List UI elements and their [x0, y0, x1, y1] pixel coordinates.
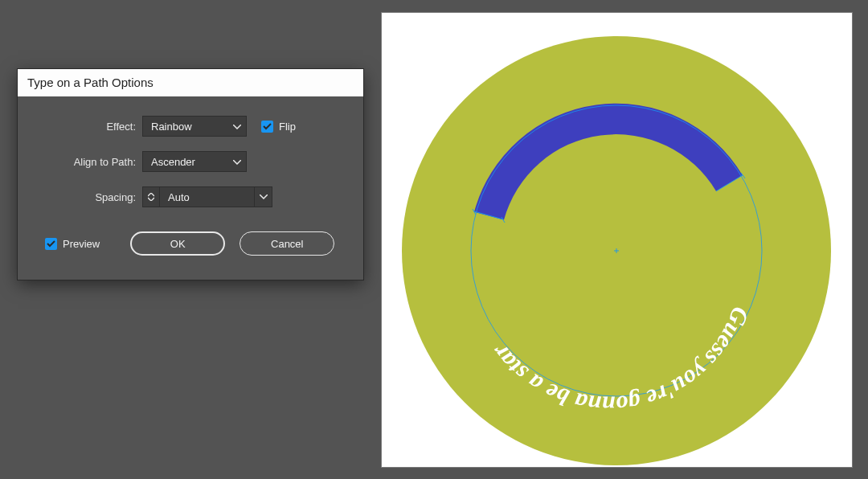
preview-checkbox[interactable]: Preview	[45, 238, 100, 250]
effect-value: Rainbow	[151, 121, 192, 133]
align-label: Align to Path:	[35, 156, 142, 168]
align-value: Ascender	[151, 156, 195, 168]
ok-button[interactable]: OK	[130, 231, 225, 256]
spacing-label: Spacing:	[35, 191, 142, 203]
checkbox-checked-icon	[45, 238, 57, 250]
align-row: Align to Path: Ascender	[35, 151, 346, 172]
align-select[interactable]: Ascender	[142, 151, 247, 172]
artboard[interactable]: Guess you're gonna be a star	[382, 13, 852, 467]
cancel-button[interactable]: Cancel	[240, 231, 334, 256]
type-on-path-options-dialog: Type on a Path Options Effect: Rainbow F…	[18, 69, 363, 280]
flip-label: Flip	[279, 121, 296, 133]
effect-label: Effect:	[35, 121, 142, 133]
dialog-actions: Preview OK Cancel	[35, 231, 346, 256]
dialog-title: Type on a Path Options	[18, 69, 363, 96]
chevron-down-icon	[148, 197, 154, 201]
checkbox-checked-icon	[261, 121, 273, 133]
chevron-down-icon	[233, 151, 241, 172]
flip-checkbox[interactable]: Flip	[261, 121, 296, 133]
dialog-body: Effect: Rainbow Flip Align to Path: Asce…	[18, 96, 363, 280]
preview-label: Preview	[63, 238, 100, 250]
effect-row: Effect: Rainbow Flip	[35, 116, 346, 137]
chevron-down-icon	[233, 116, 241, 137]
spacing-stepper[interactable]	[142, 186, 160, 207]
chevron-down-icon	[260, 194, 268, 199]
spacing-dropdown[interactable]	[255, 186, 272, 207]
effect-select[interactable]: Rainbow	[142, 116, 247, 137]
spacing-control: Auto	[142, 186, 272, 207]
spacing-input[interactable]: Auto	[160, 186, 255, 207]
artboard-svg: Guess you're gonna be a star	[382, 13, 852, 467]
spacing-row: Spacing: Auto	[35, 186, 346, 207]
